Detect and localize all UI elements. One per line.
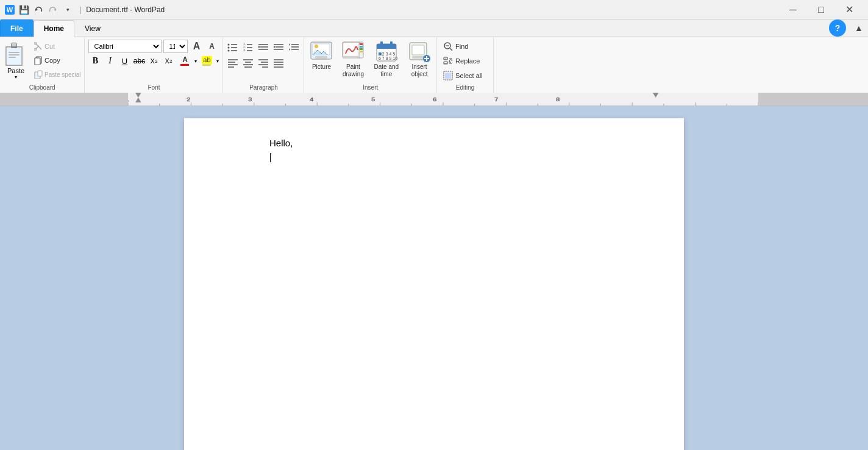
align-right-button[interactable] [256, 55, 271, 70]
ruler-left-inactive [0, 93, 24, 105]
save-button[interactable]: 💾 [17, 3, 30, 16]
tab-file[interactable]: File [0, 20, 34, 37]
increase-font-size-button[interactable]: A [190, 40, 203, 53]
number-list-button[interactable]: 1.2.3. [241, 40, 255, 54]
ruler: 1 2 3 4 5 6 7 8 [0, 93, 868, 106]
svg-marker-31 [258, 46, 260, 48]
paste-special-button[interactable]: Paste special [32, 68, 83, 81]
insert-group-content: Picture Paintdrawing [307, 40, 434, 82]
copy-button[interactable]: Copy [32, 54, 83, 67]
window-controls: ─ □ ✕ [779, 0, 863, 20]
tab-view[interactable]: View [74, 20, 111, 37]
superscript-button[interactable]: X2 [162, 54, 175, 68]
svg-text:4: 4 [310, 96, 314, 102]
close-button[interactable]: ✕ [835, 0, 863, 20]
svg-rect-7 [9, 54, 20, 55]
date-time-label: Date andtime [374, 63, 399, 78]
svg-text:ab: ab [444, 57, 447, 60]
line-spacing-button[interactable] [286, 40, 301, 54]
svg-point-20 [228, 50, 230, 52]
picture-icon [310, 41, 332, 62]
svg-text:8: 8 [556, 96, 560, 102]
decrease-indent-button[interactable] [256, 40, 271, 54]
indent-marker-top[interactable] [135, 93, 141, 98]
italic-button[interactable]: I [103, 54, 116, 68]
svg-marker-35 [274, 46, 276, 48]
right-indent-marker[interactable] [653, 93, 659, 98]
ruler-left-margin [24, 93, 128, 105]
ribbon-collapse-button[interactable]: ▲ [852, 21, 866, 35]
ribbon-content: Paste ▾ Cut Copy Paste special Clipboa [0, 37, 868, 93]
svg-rect-5 [12, 43, 16, 46]
help-area: ? ▲ [829, 20, 868, 37]
underline-button[interactable]: U [118, 54, 131, 68]
replace-button[interactable]: ab ac Replace [441, 54, 482, 68]
quick-access-toolbar: 💾 ▾ [17, 3, 74, 16]
select-all-icon [443, 71, 453, 80]
svg-text:6  7  8  9 10: 6 7 8 9 10 [379, 56, 397, 60]
highlight-color-button[interactable]: ab [198, 54, 215, 68]
cut-button[interactable]: Cut [32, 40, 83, 53]
document-cursor-line [269, 151, 599, 165]
page-content[interactable]: Hello, [269, 137, 599, 450]
paint-icon [342, 41, 364, 62]
strikethrough-button[interactable]: abc [132, 54, 146, 68]
maximize-button[interactable]: □ [807, 0, 835, 20]
editing-group-content: Find ab ac Replace S [441, 40, 489, 82]
paragraph-label: Paragraph [226, 82, 301, 93]
text-cursor [270, 153, 271, 162]
decrease-font-size-button[interactable]: A [205, 40, 218, 53]
help-button[interactable]: ? [829, 20, 846, 37]
paint-drawing-button[interactable]: Paintdrawing [338, 40, 368, 80]
indent-marker-bottom[interactable] [135, 98, 141, 102]
quick-access-dropdown[interactable]: ▾ [61, 3, 74, 16]
svg-text:3.: 3. [243, 48, 246, 52]
editing-group: Find ab ac Replace S [437, 37, 494, 93]
font-size-selector[interactable]: 11 [163, 40, 188, 53]
bullet-list-button[interactable] [226, 40, 240, 54]
clipboard-label: Clipboard [1, 82, 83, 93]
page: Hello, [184, 118, 684, 450]
insert-object-label: Insertobject [411, 63, 428, 78]
svg-rect-67 [360, 51, 363, 52]
subscript-button[interactable]: X2 [147, 54, 160, 68]
font-label: Font [88, 82, 219, 93]
svg-marker-39 [289, 43, 290, 46]
tab-home[interactable]: Home [34, 20, 74, 37]
clipboard-small-buttons: Cut Copy Paste special [32, 40, 83, 81]
font-family-selector[interactable]: Calibri [88, 40, 162, 53]
insert-group: Picture Paintdrawing [304, 37, 437, 93]
undo-button[interactable] [32, 3, 45, 16]
paste-special-label: Paste special [44, 71, 80, 78]
title-text: Document.rtf - WordPad [86, 5, 165, 14]
justify-button[interactable] [271, 55, 286, 70]
font-row2: B I U abc X2 X2 A ▾ ab ▾ [88, 54, 219, 68]
editing-label: Editing [441, 82, 489, 93]
picture-button[interactable]: Picture [307, 40, 336, 72]
svg-line-84 [450, 48, 452, 51]
minimize-button[interactable]: ─ [779, 0, 807, 20]
date-time-button[interactable]: 1 2 3 4 5 6 7 8 9 10 Date andtime [370, 40, 402, 80]
svg-rect-72 [380, 41, 383, 46]
title-bar: W 💾 ▾ | Document.rtf - WordPad ─ □ ✕ [0, 0, 868, 20]
cut-label: Cut [44, 43, 55, 50]
font-color-button[interactable]: A [176, 54, 193, 68]
align-left-button[interactable] [226, 55, 240, 70]
insert-object-button[interactable]: Insertobject [405, 40, 434, 80]
find-icon [443, 41, 453, 51]
paste-button[interactable]: Paste ▾ [1, 40, 30, 82]
increase-indent-button[interactable] [271, 40, 286, 54]
find-button[interactable]: Find [441, 40, 471, 53]
select-all-label: Select all [455, 72, 483, 79]
select-all-button[interactable]: Select all [441, 69, 485, 82]
align-center-button[interactable] [241, 55, 255, 70]
ruler-main: 1 2 3 4 5 6 7 8 [128, 93, 758, 105]
redo-button[interactable] [46, 3, 60, 16]
para-row2 [226, 55, 286, 70]
title-bar-left: W 💾 ▾ | Document.rtf - WordPad [5, 3, 165, 16]
svg-rect-78 [412, 45, 424, 55]
find-label: Find [455, 43, 468, 50]
bold-button[interactable]: B [88, 54, 102, 68]
svg-text:1: 1 [128, 96, 129, 102]
picture-label: Picture [312, 63, 331, 70]
